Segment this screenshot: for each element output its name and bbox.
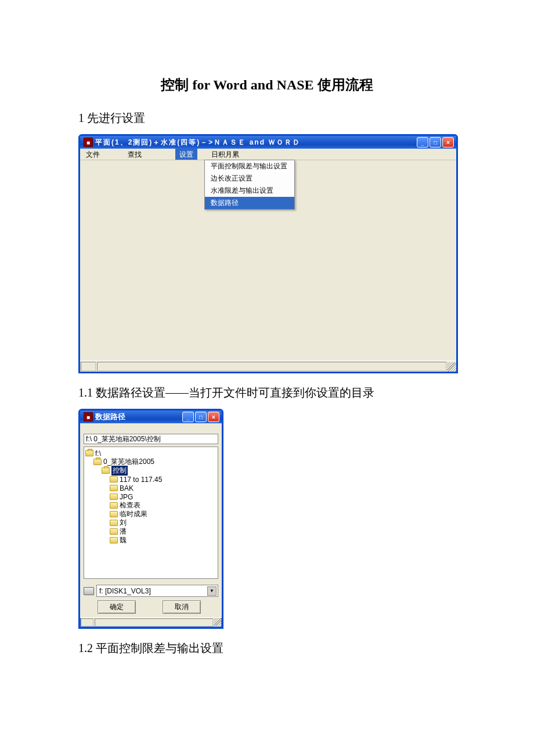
menuitem-plane-limits[interactable]: 平面控制限差与输出设置 bbox=[205, 160, 294, 172]
tree-node[interactable]: JPG bbox=[85, 492, 217, 501]
tree-node[interactable]: 潘 bbox=[85, 527, 217, 536]
menubar: 文件 查找 设置 日积月累 bbox=[80, 149, 456, 160]
folder-icon bbox=[110, 511, 118, 517]
folder-icon bbox=[110, 502, 118, 509]
tree-node[interactable]: 刘 bbox=[85, 519, 217, 527]
cancel-button[interactable]: 取消 bbox=[163, 600, 201, 614]
folder-icon bbox=[110, 520, 118, 526]
heading-1-2: 1.2 平面控制限差与输出设置 bbox=[78, 640, 456, 656]
folder-open-icon bbox=[93, 459, 102, 465]
titlebar[interactable]: ■ 平面(1、2测回)＋水准(四等)－>ＮＡＳＥ and ＷＯＲＤ _ □ × bbox=[80, 136, 456, 149]
app-icon: ■ bbox=[84, 138, 93, 147]
tree-node[interactable]: 0_莱芜地籍2005 bbox=[85, 458, 217, 466]
status-bar bbox=[80, 617, 222, 627]
menuitem-level-limits[interactable]: 水准限差与输出设置 bbox=[205, 185, 294, 197]
menu-file[interactable]: 文件 bbox=[80, 149, 122, 160]
dialog-title: 数据路径 bbox=[95, 412, 182, 422]
close-button[interactable]: × bbox=[442, 137, 454, 147]
folder-open-icon bbox=[102, 467, 110, 474]
folder-icon bbox=[110, 476, 118, 483]
status-cell bbox=[81, 362, 96, 371]
menu-riji[interactable]: 日积月累 bbox=[197, 149, 251, 160]
data-path-dialog: ■ 数据路径 _ □ × f:\ 0_莱芜地籍2005 控制 117 to 11… bbox=[78, 409, 223, 629]
menuitem-data-path[interactable]: 数据路径 bbox=[205, 197, 294, 209]
status-cell bbox=[81, 618, 93, 627]
resize-grip-icon[interactable] bbox=[447, 362, 456, 372]
tree-node[interactable]: 检查表 bbox=[85, 501, 217, 510]
maximize-button[interactable]: □ bbox=[195, 412, 207, 422]
menuitem-edge-correction[interactable]: 边长改正设置 bbox=[205, 172, 294, 185]
folder-icon bbox=[110, 537, 118, 543]
heading-1: 1 先进行设置 bbox=[78, 110, 456, 126]
tree-node[interactable]: 临时成果 bbox=[85, 510, 217, 519]
tree-node-selected[interactable]: 控制 bbox=[85, 466, 217, 475]
tree-node[interactable]: f:\ bbox=[85, 449, 217, 458]
titlebar[interactable]: ■ 数据路径 _ □ × bbox=[80, 411, 222, 423]
menu-settings[interactable]: 设置 bbox=[175, 149, 197, 160]
tree-node[interactable]: 魏 bbox=[85, 536, 217, 545]
minimize-button[interactable]: _ bbox=[417, 137, 428, 147]
maximize-button[interactable]: □ bbox=[430, 137, 441, 147]
resize-grip-icon[interactable] bbox=[214, 618, 222, 626]
main-app-window: ■ 平面(1、2测回)＋水准(四等)－>ＮＡＳＥ and ＷＯＲＤ _ □ × … bbox=[78, 134, 458, 373]
drive-label: f: [DISK1_VOL3] bbox=[99, 587, 151, 595]
document-title: 控制 for Word and NASE 使用流程 bbox=[78, 75, 456, 94]
tree-node[interactable]: BAK bbox=[85, 484, 217, 492]
folder-open-icon bbox=[85, 450, 93, 456]
path-input[interactable] bbox=[84, 434, 218, 444]
drive-icon bbox=[84, 587, 94, 595]
heading-1-1: 1.1 数据路径设置——当打开文件时可直接到你设置的目录 bbox=[78, 385, 456, 401]
close-button[interactable]: × bbox=[208, 412, 219, 422]
status-cell bbox=[95, 618, 213, 627]
chevron-down-icon[interactable]: ▼ bbox=[207, 586, 217, 596]
ok-button[interactable]: 确定 bbox=[98, 600, 136, 614]
folder-icon bbox=[110, 494, 118, 500]
drive-select[interactable]: f: [DISK1_VOL3] ▼ bbox=[96, 585, 218, 597]
status-cell bbox=[97, 362, 446, 371]
app-icon: ■ bbox=[84, 412, 93, 422]
folder-icon bbox=[110, 485, 118, 491]
minimize-button[interactable]: _ bbox=[182, 412, 194, 422]
tree-node[interactable]: 117 to 117.45 bbox=[85, 475, 217, 484]
folder-tree[interactable]: f:\ 0_莱芜地籍2005 控制 117 to 117.45 BAK JPG … bbox=[84, 447, 218, 579]
settings-dropdown: 平面控制限差与输出设置 边长改正设置 水准限差与输出设置 数据路径 bbox=[204, 160, 295, 210]
status-bar bbox=[80, 361, 456, 372]
folder-icon bbox=[110, 528, 118, 535]
window-title: 平面(1、2测回)＋水准(四等)－>ＮＡＳＥ and ＷＯＲＤ bbox=[95, 138, 417, 147]
menu-find[interactable]: 查找 bbox=[122, 149, 175, 160]
